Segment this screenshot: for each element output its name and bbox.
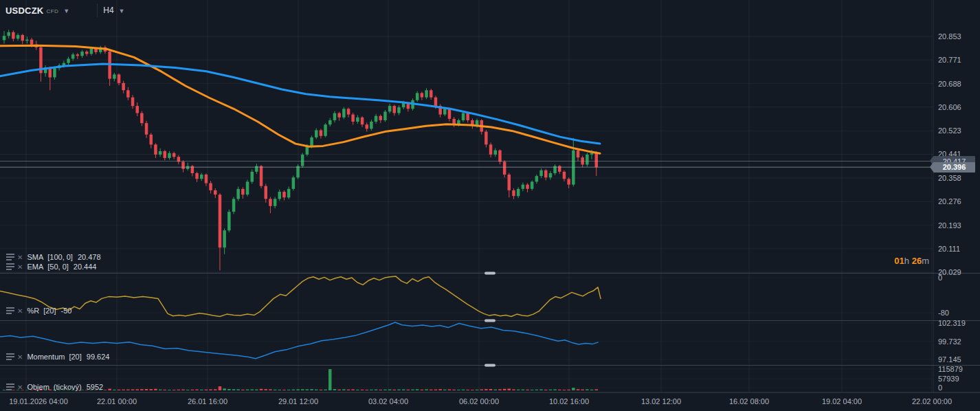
countdown-minutes-unit: m (922, 256, 929, 266)
time-axis-label: 10.02 16:00 (549, 397, 589, 406)
time-axis-label: 22.02 00:00 (912, 397, 952, 406)
legend-ema: ✕ EMA [50, 0] 20.444 (5, 263, 96, 271)
indicator-settings-icon[interactable] (5, 263, 14, 271)
indicator-remove-icon[interactable]: ✕ (17, 353, 23, 361)
legend-wpr: ✕ %R [20] -50 (5, 307, 71, 315)
momentum-axis-label: 97.145 (938, 355, 961, 364)
price-axis-label: 20.771 (938, 56, 961, 64)
legend-volume-params: (tickový) (54, 383, 82, 391)
time-axis-label: 22.01 00:00 (97, 397, 137, 406)
time-axis-label: 19.02 04:00 (822, 397, 862, 406)
wpr-axis-label: -80 (938, 309, 949, 317)
interval-dropdown-caret-icon[interactable]: ▼ (119, 8, 125, 14)
indicator-remove-icon[interactable]: ✕ (17, 384, 23, 391)
instrument-type-badge: CFD (46, 8, 58, 14)
wpr-axis-label: 0 (938, 274, 942, 282)
price-axis-label: 20.276 (938, 197, 961, 206)
indicator-remove-icon[interactable]: ✕ (17, 307, 23, 315)
legend-sma: ✕ SMA [100, 0] 20.478 (5, 253, 101, 261)
legend-momentum-label[interactable]: Momentum (27, 353, 65, 361)
legend-ema-value: 20.444 (74, 263, 97, 271)
last-price-badge[interactable]: 20.396 (933, 162, 975, 173)
countdown-hours-unit: h (904, 256, 909, 266)
indicator-settings-icon[interactable] (5, 254, 14, 261)
legend-volume-value: 5952 (87, 383, 103, 391)
trading-chart-app: USDCZK CFD ▼ H4 ▼ ✕ SMA [100, 0] 20.478 … (0, 0, 980, 411)
legend-sma-params: [100, 0] (47, 253, 73, 261)
indicator-remove-icon[interactable]: ✕ (17, 263, 23, 271)
price-axis-label: 20.193 (938, 221, 961, 230)
time-axis-label: 29.01 12:00 (278, 397, 318, 406)
time-axis-label: 16.02 08:00 (729, 397, 769, 406)
legend-wpr-params: [20] (43, 307, 56, 315)
indicator-settings-icon[interactable] (5, 307, 14, 315)
price-axis-label: 20.606 (938, 103, 961, 111)
volume-axis-label: 0 (938, 384, 942, 392)
price-axis-label: 20.688 (938, 80, 961, 88)
candle-countdown: 01h 26m (894, 256, 929, 266)
momentum-axis-label: 102.319 (938, 319, 966, 327)
volume-axis-label: 57939 (938, 375, 959, 383)
time-axis-label: 13.02 12:00 (641, 397, 681, 406)
legend-momentum-params: [20] (69, 353, 81, 361)
legend-momentum: ✕ Momentum [20] 99.624 (5, 353, 109, 361)
price-axis-label: 20.523 (938, 126, 961, 135)
legend-wpr-value: -50 (60, 307, 71, 315)
time-axis-label: 19.01.2026 04:00 (9, 397, 68, 406)
countdown-hours: 01 (894, 256, 904, 266)
chart-toolbar: USDCZK CFD ▼ H4 ▼ (5, 3, 125, 17)
indicator-settings-icon[interactable] (5, 384, 14, 391)
indicator-settings-icon[interactable] (5, 353, 14, 361)
time-axis-label: 06.02 00:00 (459, 397, 499, 406)
interval-label[interactable]: H4 (103, 5, 113, 15)
time-axis-label: 26.01 16:00 (188, 397, 227, 406)
legend-wpr-label[interactable]: %R (27, 307, 39, 315)
volume-axis-label: 115879 (938, 365, 963, 373)
indicator-remove-icon[interactable]: ✕ (17, 254, 23, 261)
legend-sma-label[interactable]: SMA (27, 253, 43, 261)
toolbar-divider (97, 3, 98, 17)
symbol-dropdown-caret-icon[interactable]: ▼ (63, 8, 69, 14)
price-axis-label: 20.853 (938, 32, 961, 41)
price-axis-label: 20.111 (938, 245, 960, 253)
time-axis-label: 03.02 04:00 (368, 397, 408, 406)
legend-momentum-value: 99.624 (87, 353, 110, 361)
symbol-label[interactable]: USDCZK (5, 5, 43, 16)
legend-ema-label[interactable]: EMA (27, 263, 43, 271)
legend-volume-label[interactable]: Objem (27, 383, 49, 391)
legend-volume: ✕ Objem (tickový) 5952 (5, 383, 103, 391)
legend-ema-params: [50, 0] (47, 263, 69, 271)
momentum-axis-label: 99.732 (938, 337, 961, 346)
chart-canvas[interactable] (0, 0, 980, 411)
legend-sma-value: 20.478 (78, 253, 101, 261)
price-axis-label: 20.358 (938, 174, 961, 182)
countdown-minutes: 26 (912, 256, 922, 266)
